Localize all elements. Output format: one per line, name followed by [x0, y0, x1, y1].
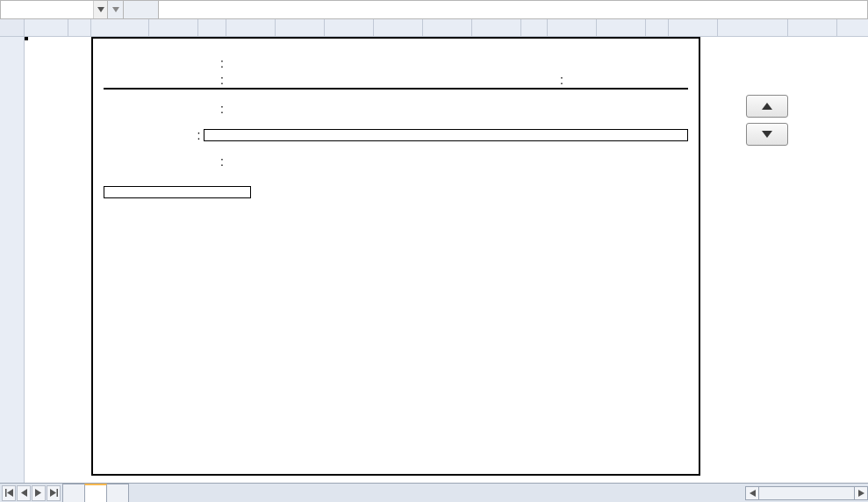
- svg-marker-11: [858, 490, 864, 497]
- sheet-tab-strip: [0, 483, 868, 502]
- col-B[interactable]: [68, 19, 91, 36]
- kwitansi-receipt: : : : :: [91, 37, 700, 476]
- col-A[interactable]: [25, 19, 68, 36]
- hscroll-left[interactable]: [745, 486, 759, 500]
- cells-area[interactable]: : : : :: [25, 37, 868, 483]
- spinner-control: [746, 95, 788, 146]
- svg-marker-6: [21, 489, 27, 497]
- select-all-corner[interactable]: [0, 19, 25, 36]
- col-K[interactable]: [472, 19, 521, 36]
- col-L[interactable]: [521, 19, 548, 36]
- col-O[interactable]: [646, 19, 669, 36]
- grid-body: : : : :: [0, 37, 868, 483]
- horizontal-scrollbar[interactable]: [745, 484, 868, 502]
- formula-input[interactable]: [159, 1, 867, 18]
- col-F[interactable]: [226, 19, 276, 36]
- hscroll-track[interactable]: [759, 486, 854, 500]
- fx-label[interactable]: [124, 1, 159, 18]
- col-I[interactable]: [374, 19, 423, 36]
- formula-bar: [0, 0, 868, 19]
- spinner-down-button[interactable]: [746, 123, 788, 146]
- tab-data[interactable]: [62, 484, 85, 502]
- row-headers: [0, 37, 25, 483]
- svg-marker-1: [112, 7, 119, 12]
- tab-sheet3[interactable]: [106, 484, 129, 502]
- svg-marker-3: [762, 131, 772, 138]
- rp-box: [104, 186, 251, 198]
- col-H[interactable]: [325, 19, 374, 36]
- svg-rect-9: [56, 489, 58, 497]
- name-box[interactable]: [1, 1, 93, 18]
- col-G[interactable]: [276, 19, 325, 36]
- tab-nav-first[interactable]: [2, 485, 16, 501]
- active-cell-outline: [25, 37, 28, 40]
- col-E[interactable]: [198, 19, 226, 36]
- col-N[interactable]: [597, 19, 646, 36]
- col-M[interactable]: [548, 19, 597, 36]
- svg-rect-5: [5, 489, 7, 497]
- svg-marker-8: [50, 489, 56, 497]
- tab-nav-next[interactable]: [32, 485, 46, 501]
- tab-kwitansi[interactable]: [84, 484, 107, 502]
- spinner-up-button[interactable]: [746, 95, 788, 118]
- col-C[interactable]: [91, 19, 149, 36]
- tab-nav-prev[interactable]: [17, 485, 31, 501]
- col-J[interactable]: [423, 19, 472, 36]
- svg-marker-10: [750, 490, 756, 497]
- amount-box: [204, 129, 688, 141]
- tab-nav-last[interactable]: [47, 485, 61, 501]
- col-P[interactable]: [669, 19, 718, 36]
- svg-marker-7: [35, 489, 41, 497]
- col-R[interactable]: [788, 19, 837, 36]
- hscroll-right[interactable]: [854, 486, 868, 500]
- formula-expand[interactable]: [108, 1, 124, 18]
- col-D[interactable]: [149, 19, 198, 36]
- col-Q[interactable]: [718, 19, 788, 36]
- svg-marker-2: [762, 103, 772, 110]
- name-box-dropdown[interactable]: [93, 1, 107, 18]
- svg-marker-4: [7, 489, 13, 497]
- column-headers: [0, 19, 868, 37]
- svg-marker-0: [97, 7, 104, 12]
